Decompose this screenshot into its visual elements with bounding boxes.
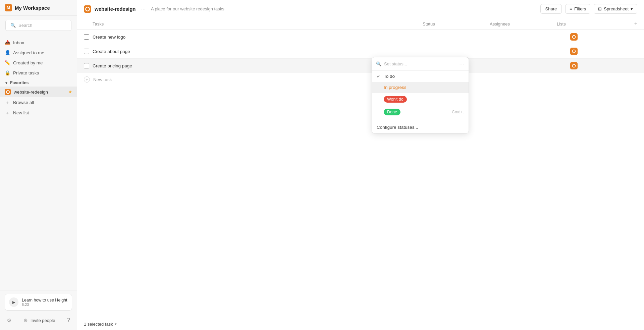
check-empty-3: ✓ [377, 110, 380, 115]
add-column-button[interactable]: + [624, 21, 637, 27]
task-name-2: Create about page [93, 49, 436, 54]
status-done-label: Done [384, 109, 400, 115]
sidebar-bottom: ▶ Learn how to use Height 6:23 ⚙ ⊕ Invit… [0, 290, 77, 330]
col-tasks-header: Tasks [84, 21, 423, 26]
list-badge-3 [570, 62, 578, 69]
configure-statuses-item[interactable]: Configure statuses... [372, 121, 469, 133]
favorites-section[interactable]: ▼ Favorites [0, 78, 77, 87]
chevron-down-icon: ▼ [5, 81, 8, 85]
new-task-label: New task [93, 77, 112, 82]
col-assignees-header: Assignees [490, 21, 557, 26]
inbox-icon: 📥 [5, 40, 10, 45]
learn-title: Learn how to use Height [22, 298, 67, 302]
col-status-header: Status [423, 21, 490, 26]
dropdown-search-row: 🔍 ⋯ [372, 57, 469, 71]
sidebar-item-created[interactable]: ✏️ Created by me [0, 58, 77, 68]
main-header: website-redesign ··· A place for our web… [77, 0, 644, 18]
task-checkbox-2[interactable] [84, 49, 89, 54]
assigned-icon: 👤 [5, 50, 10, 55]
workspace-title[interactable]: M My Workspace [5, 4, 72, 11]
workspace-icon: M [5, 4, 12, 11]
status-option-done[interactable]: ✓ Done Cmd+. [372, 106, 469, 118]
list-badge-2 [570, 48, 578, 55]
add-task-icon: + [84, 76, 90, 82]
svg-point-4 [573, 64, 576, 67]
task-lists-2[interactable] [570, 48, 637, 55]
table-header: Tasks Status Assignees Lists + [77, 18, 644, 30]
task-checkbox-3[interactable] [84, 63, 89, 68]
col-lists-header: Lists [557, 21, 624, 26]
bottom-bar: 1 selected task ▾ [77, 318, 644, 330]
invite-plus-icon: ⊕ [23, 317, 28, 323]
help-button[interactable]: ? [65, 316, 72, 325]
search-bar[interactable]: 🔍 Search [5, 20, 71, 31]
svg-point-3 [573, 50, 576, 53]
list-badge-1 [570, 33, 578, 41]
sidebar-item-private[interactable]: 🔒 Private tasks [0, 68, 77, 78]
table-row[interactable]: Create about page [77, 44, 644, 59]
new-list-icon: + [5, 110, 10, 116]
task-lists-1[interactable] [570, 33, 637, 41]
ellipsis-button[interactable]: ··· [139, 5, 148, 13]
selected-chevron-icon: ▾ [115, 322, 117, 326]
dropdown-divider [372, 120, 469, 120]
svg-point-0 [6, 90, 9, 93]
header-right: Share ≡ Filters ⊞ Spreadsheet ▾ [540, 4, 637, 14]
plus-icon: + [5, 100, 10, 105]
spreadsheet-icon: ⊞ [598, 6, 602, 11]
invite-people-item[interactable]: ⊕ Invite people [23, 315, 55, 325]
search-placeholder: Search [18, 23, 32, 28]
new-list-item[interactable]: + New list [0, 108, 77, 118]
status-todo-label: To do [384, 74, 395, 79]
new-task-row[interactable]: + New task [77, 73, 644, 86]
settings-button[interactable]: ⚙ [5, 316, 13, 325]
sidebar-actions: ⚙ ⊕ Invite people ? [5, 314, 72, 327]
dropdown-more-button[interactable]: ⋯ [459, 61, 465, 67]
status-search-input[interactable] [384, 61, 457, 66]
status-option-todo[interactable]: ✓ To do [372, 71, 469, 82]
sidebar-header: M My Workspace [0, 0, 77, 16]
task-lists-3[interactable] [570, 62, 637, 69]
sidebar-item-assigned[interactable]: 👤 Assigned to me [0, 48, 77, 58]
spreadsheet-button[interactable]: ⊞ Spreadsheet ▾ [594, 4, 637, 14]
lock-icon: 🔒 [5, 70, 10, 75]
status-dropdown: 🔍 ⋯ ✓ To do ✓ In progress ✓ Won't do ✓ D… [372, 57, 469, 133]
share-button[interactable]: Share [540, 4, 562, 14]
main-content: website-redesign ··· A place for our web… [77, 0, 644, 330]
browse-all-item[interactable]: + Browse all [0, 97, 77, 108]
task-checkbox-1[interactable] [84, 34, 89, 40]
task-table: Tasks Status Assignees Lists + Create ne… [77, 18, 644, 318]
done-shortcut: Cmd+. [452, 110, 464, 114]
sidebar-nav: 📥 Inbox 👤 Assigned to me ✏️ Created by m… [0, 35, 77, 290]
selected-info[interactable]: 1 selected task ▾ [84, 322, 117, 327]
play-button[interactable]: ▶ [9, 297, 18, 307]
selected-count: 1 selected task [84, 322, 113, 327]
sidebar-item-website-redesign[interactable]: website-redesign ★ [0, 87, 77, 97]
svg-point-2 [573, 36, 576, 39]
dropdown-arrow-icon: ▾ [631, 6, 633, 11]
status-wont-do-label: Won't do [384, 96, 407, 103]
status-in-progress-label: In progress [384, 85, 407, 90]
list-name: website-redesign [95, 6, 136, 12]
table-row[interactable]: Create new logo [77, 30, 644, 44]
status-option-wont-do[interactable]: ✓ Won't do [372, 93, 469, 106]
filters-button[interactable]: ≡ Filters [565, 4, 590, 14]
filter-icon: ≡ [570, 6, 572, 11]
sidebar: M My Workspace 🔍 Search 📥 Inbox 👤 Assign… [0, 0, 77, 330]
svg-point-1 [86, 7, 90, 11]
header-left: website-redesign ··· A place for our web… [84, 5, 224, 13]
table-row[interactable]: Create pricing page [77, 59, 644, 73]
dropdown-search-icon: 🔍 [376, 61, 381, 66]
list-header-icon [84, 5, 91, 13]
star-icon: ★ [68, 90, 72, 94]
check-empty-2: ✓ [377, 97, 380, 102]
list-icon [5, 89, 11, 95]
created-icon: ✏️ [5, 60, 10, 65]
task-name-1: Create new logo [93, 35, 436, 40]
learn-card[interactable]: ▶ Learn how to use Height 6:23 [5, 294, 72, 311]
learn-time: 6:23 [22, 302, 67, 307]
status-option-in-progress[interactable]: ✓ In progress [372, 82, 469, 93]
check-empty: ✓ [377, 85, 380, 90]
search-icon: 🔍 [10, 23, 16, 28]
sidebar-item-inbox[interactable]: 📥 Inbox [0, 38, 77, 48]
